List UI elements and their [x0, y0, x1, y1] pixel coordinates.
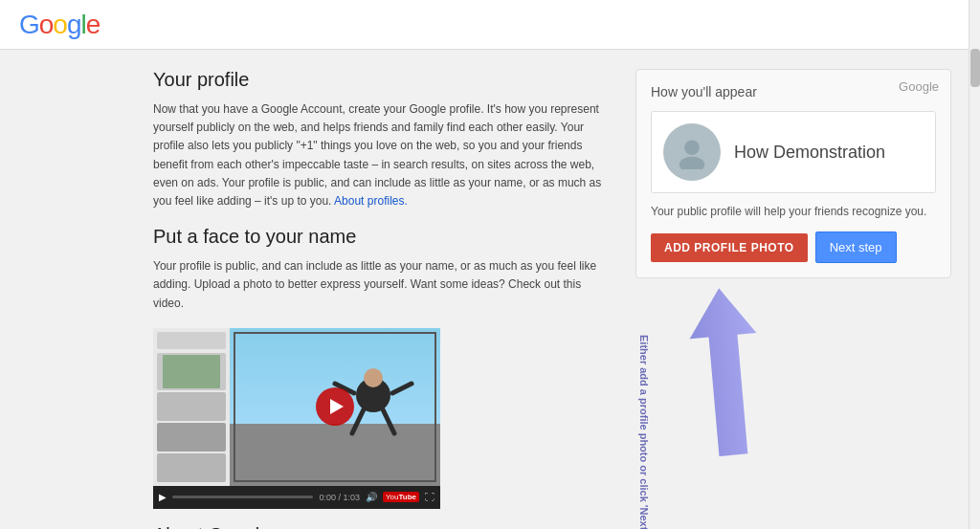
video-thumbnail [230, 328, 440, 486]
left-column: Your profile Now that you have a Google … [153, 69, 607, 510]
panel-thumb-1 [157, 353, 226, 391]
play-triangle-icon [330, 399, 344, 414]
video-controls[interactable]: ▶ 0:00 / 1:03 🔊 YouTube ⛶ [153, 486, 440, 509]
scrollbar[interactable] [969, 0, 980, 529]
panel-thumb-3 [157, 423, 226, 452]
svg-rect-1 [230, 424, 440, 486]
your-profile-section: Your profile Now that you have a Google … [153, 69, 607, 210]
annotation-text: Either add a profile photo or click 'Nex… [638, 335, 650, 529]
panel-top-bar [157, 332, 226, 349]
right-column: Google How you'll appear How Demonstrati… [635, 69, 951, 510]
header: Google [0, 0, 980, 50]
card-header-text: How you'll appear [651, 84, 936, 99]
about-title: About Google+ [153, 524, 607, 529]
annotation-container: Either add a profile photo or click 'Nex… [635, 288, 951, 460]
video-container[interactable]: ▶ 0:00 / 1:03 🔊 YouTube ⛶ [153, 328, 440, 509]
next-step-button[interactable]: Next step [815, 231, 897, 263]
put-face-body: Your profile is public, and can include … [153, 257, 607, 313]
panel-thumb-4 [157, 453, 226, 482]
svg-point-4 [364, 368, 383, 387]
panel-thumb-2 [157, 392, 226, 421]
play-pause-button[interactable]: ▶ [159, 492, 167, 502]
video-time: 0:00 / 1:03 [319, 493, 360, 502]
profile-preview-inner: How Demonstration [651, 111, 936, 193]
your-profile-body: Now that you have a Google Account, crea… [153, 100, 607, 210]
avatar-icon [675, 135, 709, 169]
play-button[interactable] [316, 387, 354, 426]
card-buttons: ADD PROFILE PHOTO Next step [651, 231, 936, 263]
main-content: Your profile Now that you have a Google … [0, 50, 980, 529]
volume-button[interactable]: 🔊 [366, 492, 377, 502]
annotation-text-wrapper: Either add a profile photo or click 'Nex… [636, 335, 654, 507]
scrollbar-thumb[interactable] [970, 49, 980, 87]
card-subtext: Your public profile will help your frien… [651, 205, 936, 218]
avatar [663, 123, 721, 181]
video-left-panel [153, 328, 230, 486]
add-profile-photo-button[interactable]: ADD PROFILE PHOTO [651, 233, 808, 262]
svg-marker-11 [685, 285, 767, 457]
svg-point-9 [684, 140, 700, 155]
profile-preview-card: Google How you'll appear How Demonstrati… [635, 69, 951, 278]
progress-bar[interactable] [172, 496, 313, 498]
card-google-label: Google [899, 79, 939, 94]
about-profiles-link[interactable]: About profiles. [334, 194, 408, 208]
put-face-section: Put a face to your name Your profile is … [153, 226, 607, 509]
your-profile-title: Your profile [153, 69, 607, 91]
fullscreen-button[interactable]: ⛶ [425, 492, 434, 502]
profile-name: How Demonstration [734, 143, 885, 163]
put-face-title: Put a face to your name [153, 226, 607, 248]
video-inner [153, 328, 440, 486]
youtube-logo: YouTube [383, 492, 419, 502]
google-logo: Google [19, 10, 100, 40]
about-google-plus-section: About Google+ Google+ is more than just … [153, 524, 607, 529]
annotation-arrow-svg [657, 274, 797, 475]
svg-point-10 [679, 157, 704, 169]
